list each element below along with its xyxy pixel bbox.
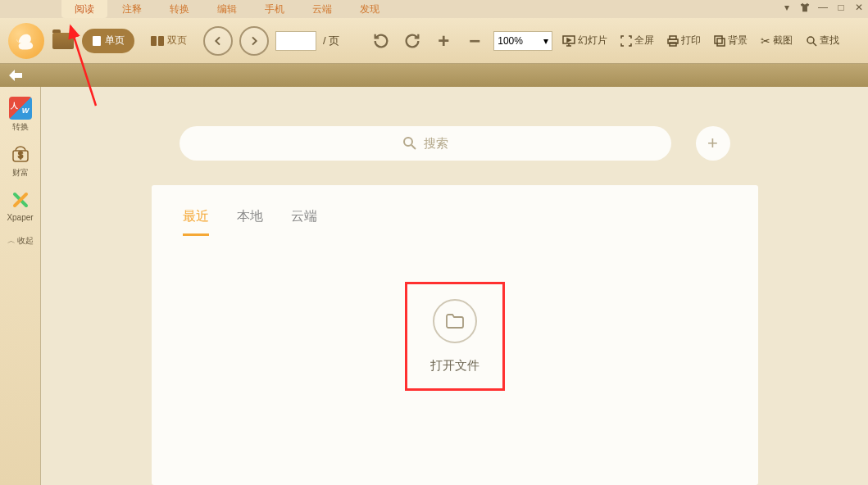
back-button[interactable]: [8, 69, 23, 82]
zoom-value: 100%: [498, 35, 523, 47]
tab-cloud[interactable]: 云端: [299, 0, 345, 18]
tab-convert[interactable]: 转换: [157, 0, 202, 18]
prev-page-button[interactable]: [203, 26, 233, 56]
search-icon: [402, 136, 417, 151]
sidebar-item-wealth[interactable]: $ 财富: [4, 143, 37, 179]
print-label: 打印: [681, 34, 701, 48]
xpaper-icon: [9, 188, 32, 211]
tab-cloud-files[interactable]: 云端: [291, 208, 317, 236]
scissors-icon: ✂: [761, 34, 770, 48]
single-page-label: 单页: [105, 34, 125, 48]
zoom-out-button[interactable]: −: [462, 29, 487, 53]
page-label: / 页: [323, 34, 339, 48]
panel-tabs: 最近 本地 云端: [183, 208, 727, 236]
content-area: 搜索 + 最近 本地 云端 打开文件: [41, 87, 868, 485]
folder-icon: [445, 313, 465, 329]
sidebar-collapse-button[interactable]: ︿收起: [7, 235, 34, 247]
svg-rect-8: [717, 39, 725, 46]
print-button[interactable]: 打印: [664, 34, 704, 48]
open-file-highlight: 打开文件: [405, 282, 505, 391]
fullscreen-icon: [620, 35, 632, 47]
toolbar: 单页 双页 / 页 + − 100% ▾ 幻灯片 全屏 打印: [0, 18, 868, 64]
chevron-down-icon: ▾: [543, 35, 548, 47]
tab-local[interactable]: 本地: [237, 208, 263, 236]
tab-annotate[interactable]: 注释: [109, 0, 155, 18]
sidebar-xpaper-label: Xpaper: [7, 213, 33, 222]
sidebar: 人W 转换 $ 财富 Xpaper ︿收起: [0, 87, 41, 485]
background-label: 背景: [728, 34, 748, 48]
sidebar-convert-label: 转换: [12, 121, 29, 133]
app-logo[interactable]: [8, 23, 44, 59]
search-icon: [806, 35, 817, 47]
slideshow-icon: [562, 35, 575, 47]
sidebar-item-xpaper[interactable]: Xpaper: [4, 188, 37, 222]
single-page-button[interactable]: 单页: [82, 29, 134, 53]
tab-read[interactable]: 阅读: [61, 0, 107, 18]
collapse-label: 收起: [17, 235, 34, 247]
close-icon[interactable]: ✕: [853, 2, 865, 13]
main-panel: 最近 本地 云端 打开文件: [152, 185, 758, 485]
svg-rect-6: [670, 43, 676, 46]
open-file-label: 打开文件: [430, 358, 479, 374]
titlebar: 阅读 注释 转换 编辑 手机 云端 发现 ▾ — □ ✕: [0, 0, 868, 18]
print-icon: [667, 35, 679, 47]
chevron-up-icon: ︿: [7, 235, 16, 247]
undo-button[interactable]: [369, 29, 393, 53]
page-number-input[interactable]: [275, 31, 316, 51]
double-page-button[interactable]: 双页: [141, 29, 197, 53]
dropdown-icon[interactable]: ▾: [781, 2, 793, 13]
screenshot-button[interactable]: ✂ 截图: [757, 34, 796, 48]
open-file-button[interactable]: [433, 299, 477, 343]
minimize-icon[interactable]: —: [817, 2, 829, 13]
zoom-in-button[interactable]: +: [431, 29, 456, 53]
fullscreen-button[interactable]: 全屏: [617, 34, 657, 48]
add-button[interactable]: +: [696, 126, 730, 161]
tab-discover[interactable]: 发现: [347, 0, 393, 18]
tab-recent[interactable]: 最近: [183, 208, 209, 236]
svg-rect-0: [93, 36, 101, 46]
open-folder-button[interactable]: [51, 29, 75, 53]
plus-icon: +: [707, 133, 718, 154]
find-label: 查找: [820, 34, 839, 48]
search-input[interactable]: 搜索: [180, 126, 671, 161]
search-placeholder: 搜索: [424, 136, 448, 152]
background-button[interactable]: 背景: [711, 34, 751, 48]
tab-edit[interactable]: 编辑: [204, 0, 250, 18]
slideshow-label: 幻灯片: [578, 34, 607, 48]
svg-rect-7: [715, 36, 722, 43]
tab-mobile[interactable]: 手机: [252, 0, 298, 18]
window-controls: ▾ — □ ✕: [781, 2, 865, 13]
secondary-bar: [0, 64, 868, 87]
svg-rect-1: [151, 36, 157, 46]
svg-point-9: [807, 37, 814, 43]
slideshow-button[interactable]: 幻灯片: [559, 34, 611, 48]
zoom-select[interactable]: 100% ▾: [493, 31, 552, 51]
next-page-button[interactable]: [239, 26, 269, 56]
maximize-icon[interactable]: □: [835, 2, 847, 13]
wealth-icon: $: [9, 143, 32, 165]
convert-icon: 人W: [9, 97, 32, 120]
svg-text:$: $: [18, 151, 23, 160]
screenshot-label: 截图: [773, 34, 793, 48]
fullscreen-label: 全屏: [634, 34, 654, 48]
background-icon: [714, 35, 725, 47]
shirt-icon[interactable]: [799, 2, 811, 13]
find-button[interactable]: 查找: [802, 34, 843, 48]
sidebar-item-convert[interactable]: 人W 转换: [4, 97, 37, 133]
double-page-label: 双页: [167, 34, 187, 48]
svg-point-11: [404, 138, 412, 146]
redo-button[interactable]: [400, 29, 425, 53]
svg-rect-2: [158, 36, 164, 46]
sidebar-wealth-label: 财富: [12, 167, 29, 179]
